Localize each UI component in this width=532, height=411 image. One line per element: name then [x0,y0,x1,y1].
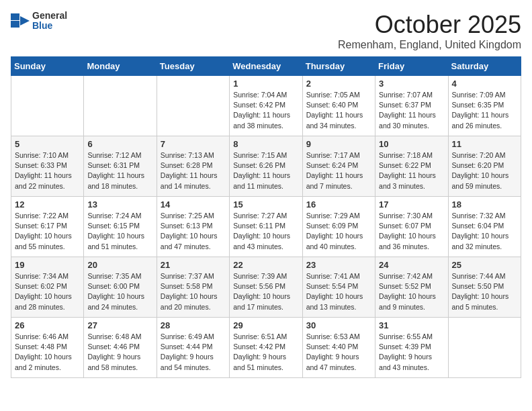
day-info: Sunrise: 7:25 AM Sunset: 6:13 PM Dayligh… [161,211,226,252]
day-number: 10 [379,139,444,149]
weekday-header: Tuesday [157,57,229,76]
calendar-cell [11,76,84,136]
day-info: Sunrise: 7:22 AM Sunset: 6:17 PM Dayligh… [15,211,80,252]
calendar-cell: 20Sunrise: 7:35 AM Sunset: 6:00 PM Dayli… [84,257,157,318]
calendar-week-row: 12Sunrise: 7:22 AM Sunset: 6:17 PM Dayli… [11,197,521,257]
day-info: Sunrise: 7:09 AM Sunset: 6:35 PM Dayligh… [452,90,517,131]
calendar-cell [448,318,521,378]
day-number: 24 [379,260,444,270]
day-number: 28 [161,320,226,330]
logo-blue: Blue [32,21,67,31]
calendar-cell: 9Sunrise: 7:17 AM Sunset: 6:24 PM Daylig… [302,136,375,197]
calendar-week-row: 26Sunrise: 6:46 AM Sunset: 4:48 PM Dayli… [11,318,521,378]
day-info: Sunrise: 7:18 AM Sunset: 6:22 PM Dayligh… [379,150,444,191]
day-number: 15 [233,199,298,210]
calendar-cell: 30Sunrise: 6:53 AM Sunset: 4:40 PM Dayli… [302,318,375,378]
calendar-week-row: 19Sunrise: 7:34 AM Sunset: 6:02 PM Dayli… [11,257,521,318]
day-number: 4 [452,79,517,89]
calendar-cell: 15Sunrise: 7:27 AM Sunset: 6:11 PM Dayli… [230,197,302,257]
day-info: Sunrise: 7:07 AM Sunset: 6:37 PM Dayligh… [379,90,444,131]
calendar-cell: 31Sunrise: 6:55 AM Sunset: 4:39 PM Dayli… [375,318,448,378]
weekday-header: Wednesday [230,57,302,76]
logo-icon [11,13,30,28]
svg-marker-2 [20,16,30,26]
svg-rect-1 [11,21,19,28]
day-number: 21 [161,260,226,270]
page-header: General Blue October 2025 Remenham, Engl… [11,11,521,51]
day-number: 8 [233,139,298,149]
calendar-cell [157,76,229,136]
calendar-cell: 8Sunrise: 7:15 AM Sunset: 6:26 PM Daylig… [230,136,302,197]
logo-general: General [32,11,67,21]
day-number: 2 [306,79,371,89]
day-number: 7 [161,139,226,149]
calendar-cell: 17Sunrise: 7:30 AM Sunset: 6:07 PM Dayli… [375,197,448,257]
logo: General Blue [11,11,67,32]
day-info: Sunrise: 6:51 AM Sunset: 4:42 PM Dayligh… [233,332,298,373]
calendar-cell: 23Sunrise: 7:41 AM Sunset: 5:54 PM Dayli… [302,257,375,318]
day-info: Sunrise: 7:32 AM Sunset: 6:04 PM Dayligh… [452,211,517,252]
calendar-cell: 11Sunrise: 7:20 AM Sunset: 6:20 PM Dayli… [448,136,521,197]
day-info: Sunrise: 7:30 AM Sunset: 6:07 PM Dayligh… [379,211,444,252]
day-info: Sunrise: 7:04 AM Sunset: 6:42 PM Dayligh… [233,90,298,131]
day-info: Sunrise: 6:48 AM Sunset: 4:46 PM Dayligh… [87,332,152,373]
day-info: Sunrise: 7:29 AM Sunset: 6:09 PM Dayligh… [306,211,371,252]
day-number: 17 [379,199,444,210]
day-info: Sunrise: 7:44 AM Sunset: 5:50 PM Dayligh… [452,271,517,312]
day-info: Sunrise: 7:24 AM Sunset: 6:15 PM Dayligh… [87,211,152,252]
day-info: Sunrise: 6:55 AM Sunset: 4:39 PM Dayligh… [379,332,444,373]
day-info: Sunrise: 6:46 AM Sunset: 4:48 PM Dayligh… [15,332,80,373]
calendar-cell: 29Sunrise: 6:51 AM Sunset: 4:42 PM Dayli… [230,318,302,378]
calendar-cell: 7Sunrise: 7:13 AM Sunset: 6:28 PM Daylig… [157,136,229,197]
calendar-cell: 25Sunrise: 7:44 AM Sunset: 5:50 PM Dayli… [448,257,521,318]
calendar-cell: 5Sunrise: 7:10 AM Sunset: 6:33 PM Daylig… [11,136,84,197]
calendar-body: 1Sunrise: 7:04 AM Sunset: 6:42 PM Daylig… [11,76,521,378]
day-info: Sunrise: 7:20 AM Sunset: 6:20 PM Dayligh… [452,150,517,191]
day-number: 16 [306,199,371,210]
day-number: 29 [233,320,298,330]
day-number: 14 [161,199,226,210]
day-info: Sunrise: 7:42 AM Sunset: 5:52 PM Dayligh… [379,271,444,312]
weekday-header: Monday [84,57,157,76]
calendar-cell: 1Sunrise: 7:04 AM Sunset: 6:42 PM Daylig… [230,76,302,136]
calendar-header-row: SundayMondayTuesdayWednesdayThursdayFrid… [11,57,521,76]
day-info: Sunrise: 7:27 AM Sunset: 6:11 PM Dayligh… [233,211,298,252]
day-number: 1 [233,79,298,89]
day-info: Sunrise: 7:34 AM Sunset: 6:02 PM Dayligh… [15,271,80,312]
svg-rect-0 [11,13,19,20]
day-number: 27 [87,320,152,330]
day-number: 3 [379,79,444,89]
day-info: Sunrise: 7:13 AM Sunset: 6:28 PM Dayligh… [161,150,226,191]
day-info: Sunrise: 7:41 AM Sunset: 5:54 PM Dayligh… [306,271,371,312]
day-number: 6 [87,139,152,149]
calendar-cell: 10Sunrise: 7:18 AM Sunset: 6:22 PM Dayli… [375,136,448,197]
day-info: Sunrise: 7:12 AM Sunset: 6:31 PM Dayligh… [87,150,152,191]
day-number: 18 [452,199,517,210]
calendar-cell: 19Sunrise: 7:34 AM Sunset: 6:02 PM Dayli… [11,257,84,318]
calendar-cell: 28Sunrise: 6:49 AM Sunset: 4:44 PM Dayli… [157,318,229,378]
day-number: 30 [306,320,371,330]
weekday-header: Friday [375,57,448,76]
calendar-cell: 4Sunrise: 7:09 AM Sunset: 6:35 PM Daylig… [448,76,521,136]
calendar-cell: 21Sunrise: 7:37 AM Sunset: 5:58 PM Dayli… [157,257,229,318]
title-block: October 2025 Remenham, England, United K… [338,11,521,51]
calendar-cell: 22Sunrise: 7:39 AM Sunset: 5:56 PM Dayli… [230,257,302,318]
calendar-cell: 27Sunrise: 6:48 AM Sunset: 4:46 PM Dayli… [84,318,157,378]
day-info: Sunrise: 7:05 AM Sunset: 6:40 PM Dayligh… [306,90,371,131]
calendar-table: SundayMondayTuesdayWednesdayThursdayFrid… [11,56,521,378]
day-number: 23 [306,260,371,270]
day-number: 19 [15,260,80,270]
month-title: October 2025 [338,11,521,39]
calendar-cell [84,76,157,136]
day-info: Sunrise: 7:35 AM Sunset: 6:00 PM Dayligh… [87,271,152,312]
day-number: 12 [15,199,80,210]
calendar-cell: 12Sunrise: 7:22 AM Sunset: 6:17 PM Dayli… [11,197,84,257]
day-info: Sunrise: 6:53 AM Sunset: 4:40 PM Dayligh… [306,332,371,373]
weekday-header: Thursday [302,57,375,76]
day-info: Sunrise: 7:39 AM Sunset: 5:56 PM Dayligh… [233,271,298,312]
weekday-header: Sunday [11,57,84,76]
calendar-cell: 14Sunrise: 7:25 AM Sunset: 6:13 PM Dayli… [157,197,229,257]
location: Remenham, England, United Kingdom [338,39,521,51]
day-info: Sunrise: 7:17 AM Sunset: 6:24 PM Dayligh… [306,150,371,191]
logo-text: General Blue [32,11,67,32]
